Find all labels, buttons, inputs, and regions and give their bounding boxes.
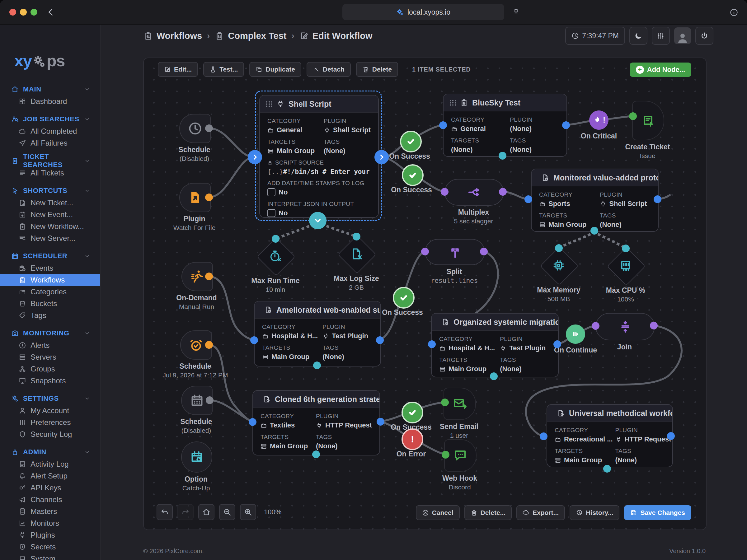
port-blue[interactable] — [654, 195, 662, 203]
sidebar-item-masters[interactable]: Masters — [0, 506, 100, 517]
sidebar-item-monitors[interactable]: Monitors — [0, 517, 100, 529]
node-shell-script[interactable]: Shell ScriptCATEGORYGeneralPLUGINShell S… — [259, 95, 379, 218]
address-bar[interactable]: local.xyops.io — [342, 4, 504, 20]
sidebar-item-buckets[interactable]: Buckets — [0, 298, 100, 310]
sidebar-section-ticket-searches[interactable]: TICKET SEARCHES — [0, 155, 100, 167]
sidebar-item-snapshots[interactable]: Snapshots — [0, 375, 100, 387]
port-teal[interactable] — [590, 227, 598, 235]
sidebar-item-new-event[interactable]: New Event... — [0, 209, 100, 220]
port-teal[interactable] — [353, 233, 360, 240]
port-teal[interactable] — [272, 235, 280, 243]
node-organized-migration[interactable]: Organized systemic migrationCATEGORYHosp… — [431, 313, 559, 377]
sidebar-section-admin[interactable]: ADMIN — [0, 446, 100, 458]
tab-overview-icon[interactable] — [512, 8, 520, 16]
badge-on-error[interactable]: ! — [402, 428, 423, 450]
sidebar-item-groups[interactable]: Groups — [0, 363, 100, 375]
sidebar-item-dashboard[interactable]: Dashboard — [0, 96, 100, 107]
node-max-run-time[interactable] — [257, 238, 293, 274]
node-max-log-size[interactable] — [338, 236, 375, 272]
export-button[interactable]: Export... — [516, 505, 565, 520]
cancel-button[interactable]: Cancel — [416, 505, 460, 520]
port-orange[interactable] — [205, 341, 213, 349]
port-blue[interactable] — [376, 336, 384, 344]
sidebar-section-scheduler[interactable]: SCHEDULER — [0, 250, 100, 262]
history-button[interactable]: History... — [570, 505, 619, 520]
badge-on-success[interactable] — [393, 287, 415, 309]
checkbox-icon[interactable] — [267, 188, 276, 196]
node-join[interactable] — [595, 313, 655, 340]
port-blue[interactable] — [428, 340, 436, 348]
close-window-button[interactable] — [9, 9, 16, 16]
node-header[interactable]: Cloned 6th generation strategy — [253, 391, 380, 408]
port-teal[interactable] — [622, 244, 630, 252]
breadcrumb-workflows[interactable]: Workflows — [144, 31, 202, 41]
add-node-button[interactable]: + Add Node... — [630, 62, 691, 77]
node-max-memory[interactable] — [541, 247, 577, 284]
port-purple[interactable] — [650, 322, 658, 329]
port-blue[interactable] — [562, 121, 570, 129]
node-create-ticket[interactable] — [632, 101, 664, 140]
edit-button[interactable]: Edit... — [158, 62, 198, 77]
sidebar-item-servers[interactable]: Servers — [0, 351, 100, 363]
node-split[interactable] — [425, 239, 485, 265]
port-purple[interactable] — [480, 248, 488, 256]
badge-on-continue[interactable] — [566, 324, 585, 344]
preferences-button[interactable] — [652, 27, 670, 45]
info-icon[interactable] — [729, 8, 738, 17]
sidebar-item-events[interactable]: Events — [0, 262, 100, 274]
node-bluesky-test[interactable]: BlueSky TestCATEGORYGeneralPLUGIN(None)T… — [443, 94, 567, 157]
node-header[interactable]: BlueSky Test — [443, 94, 566, 111]
sidebar-item-all-tickets[interactable]: All Tickets — [0, 167, 100, 179]
sidebar-item-categories[interactable]: Categories — [0, 286, 100, 298]
node-universal-workforce[interactable]: Universal methodical workforceCATEGORYRe… — [546, 404, 673, 467]
port-gray[interactable] — [205, 125, 213, 132]
expand-limits-handle[interactable] — [309, 212, 327, 229]
sidebar-item-all-failures[interactable]: All Failures — [0, 137, 100, 149]
home-button[interactable] — [198, 504, 214, 520]
port-purple[interactable] — [421, 248, 429, 256]
port-blue[interactable] — [524, 195, 532, 203]
port-blue[interactable] — [667, 432, 675, 440]
zoom-in-button[interactable] — [240, 504, 256, 520]
node-header[interactable]: Monitored value-added protocol — [532, 169, 658, 186]
port-blue[interactable] — [553, 340, 561, 348]
port-teal[interactable] — [555, 244, 563, 252]
sidebar-section-monitoring[interactable]: MONITORING — [0, 327, 100, 340]
sidebar-item-security-log[interactable]: Security Log — [0, 428, 100, 440]
breadcrumb-edit-workflow[interactable]: Edit Workflow — [300, 31, 372, 41]
port-orange[interactable] — [205, 272, 213, 280]
port-purple[interactable] — [441, 188, 448, 196]
port-green[interactable] — [442, 451, 449, 459]
node-option-catchup[interactable] — [181, 442, 212, 473]
badge-on-success[interactable] — [402, 164, 423, 186]
badge-on-success[interactable] — [402, 402, 423, 423]
save-button[interactable]: Save Changes — [624, 505, 691, 520]
sidebar-section-settings[interactable]: SETTINGS — [0, 392, 100, 405]
delete-button[interactable]: Delete... — [464, 505, 512, 520]
badge-on-critical[interactable]: ! — [589, 110, 609, 130]
node-header[interactable]: Shell Script — [260, 96, 378, 113]
sidebar-item-my-account[interactable]: My Account — [0, 405, 100, 417]
flow-arrow-handle[interactable] — [375, 150, 389, 164]
badge-on-success[interactable] — [400, 131, 422, 153]
port-teal[interactable] — [313, 362, 321, 369]
back-button[interactable] — [46, 7, 55, 17]
port-blue[interactable] — [439, 121, 447, 129]
breadcrumb-complex-test[interactable]: Complex Test — [215, 31, 286, 41]
sidebar-section-shortcuts[interactable]: SHORTCUTS — [0, 185, 100, 197]
port-teal[interactable] — [499, 152, 507, 160]
minimize-window-button[interactable] — [20, 9, 27, 16]
node-cloned-strategy[interactable]: Cloned 6th generation strategyCATEGORYTe… — [252, 390, 380, 455]
port-teal[interactable] — [312, 451, 320, 458]
sidebar-item-plugins[interactable]: Plugins — [0, 529, 100, 541]
sidebar-section-main[interactable]: MAIN — [0, 83, 100, 96]
sidebar-item-all-completed[interactable]: All Completed — [0, 125, 100, 137]
zoom-out-button[interactable] — [219, 504, 235, 520]
node-header[interactable]: Ameliorated web-enabled success — [255, 301, 380, 319]
avatar[interactable] — [674, 27, 691, 44]
sidebar-item-secrets[interactable]: Secrets — [0, 541, 100, 553]
test-button[interactable]: Test... — [203, 62, 244, 77]
checkbox-icon[interactable] — [267, 209, 276, 217]
port-blue[interactable] — [249, 418, 256, 426]
node-multiplex[interactable] — [444, 179, 504, 206]
